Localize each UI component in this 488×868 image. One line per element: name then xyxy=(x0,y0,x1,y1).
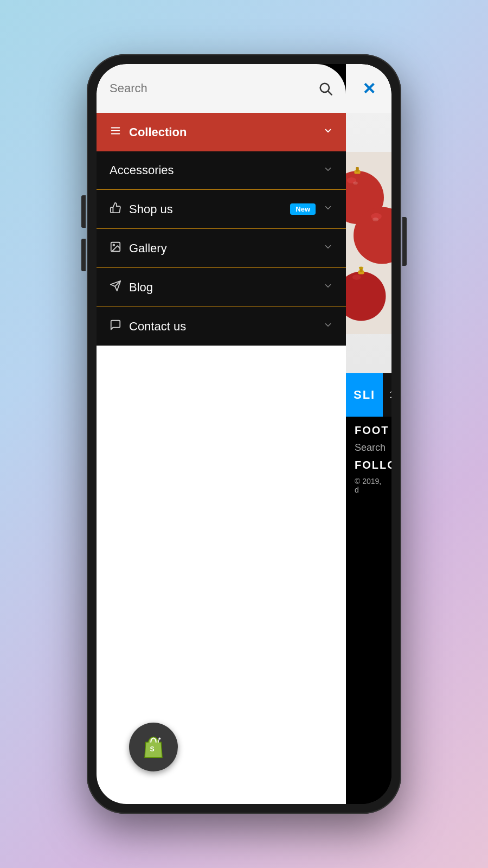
nav-accessories-item[interactable]: Accessories xyxy=(97,151,346,190)
close-button-area[interactable]: ✕ xyxy=(346,64,391,113)
power-button[interactable] xyxy=(402,217,407,266)
collection-label: Collection xyxy=(129,125,316,139)
shopus-label: Shop us xyxy=(129,202,279,216)
svg-rect-2 xyxy=(111,127,120,129)
new-badge: New xyxy=(290,203,316,215)
slider-label[interactable]: SLI xyxy=(346,373,383,417)
volume-down-button[interactable] xyxy=(81,239,86,271)
svg-rect-4 xyxy=(111,133,120,135)
contact-chevron-icon xyxy=(323,320,333,333)
gallery-icon xyxy=(110,241,121,256)
accessories-label: Accessories xyxy=(110,163,316,177)
footer-follow-label: FOLLO xyxy=(355,459,383,471)
christmas-image-area xyxy=(346,113,391,373)
gallery-chevron-icon xyxy=(323,242,333,254)
nav-blog-item[interactable]: Blog xyxy=(97,268,346,307)
blog-label: Blog xyxy=(129,280,316,295)
menu-panel: Collection Accessories xyxy=(97,64,346,804)
shopify-button[interactable]: S xyxy=(129,723,178,771)
accessories-chevron-icon xyxy=(323,164,333,177)
footer-copyright: © 2019, d xyxy=(355,477,383,494)
svg-point-25 xyxy=(353,182,357,185)
blog-chevron-icon xyxy=(323,281,333,293)
shopus-chevron-icon xyxy=(323,203,333,215)
contact-label: Contact us xyxy=(129,320,316,334)
footer-area: FOOT Search FOLLO © 2019, d xyxy=(346,417,391,804)
search-input-wrap[interactable] xyxy=(110,81,311,95)
footer-search-label[interactable]: Search xyxy=(355,442,383,454)
slider-counter: 1/2 xyxy=(383,390,391,400)
phone-frame: Collection Accessories xyxy=(87,54,401,814)
svg-rect-16 xyxy=(356,167,359,171)
search-bar xyxy=(97,64,346,113)
svg-point-20 xyxy=(352,275,361,280)
svg-text:S: S xyxy=(150,745,154,753)
collection-icon xyxy=(110,125,121,139)
right-panel: ✕ xyxy=(346,64,391,804)
search-button[interactable] xyxy=(318,81,333,96)
svg-point-24 xyxy=(373,218,378,221)
nav-collection-item[interactable]: Collection xyxy=(97,113,346,151)
phone-screen: Collection Accessories xyxy=(97,64,391,804)
nav-shopus-item[interactable]: Shop us New xyxy=(97,190,346,229)
contact-icon xyxy=(110,319,121,334)
blog-icon xyxy=(110,280,121,295)
svg-point-11 xyxy=(158,738,160,740)
svg-rect-3 xyxy=(111,130,120,131)
nav-gallery-item[interactable]: Gallery xyxy=(97,229,346,268)
collection-chevron-icon xyxy=(323,126,333,138)
search-input[interactable] xyxy=(110,81,311,95)
footer-title: FOOT xyxy=(355,424,383,437)
slider-area: SLI 1/2 ‹ xyxy=(346,373,391,417)
close-button[interactable]: ✕ xyxy=(362,79,376,98)
svg-line-1 xyxy=(328,91,331,94)
nav-contact-item[interactable]: Contact us xyxy=(97,307,346,346)
shopus-icon xyxy=(110,202,121,216)
svg-point-6 xyxy=(113,244,114,246)
gallery-label: Gallery xyxy=(129,241,316,256)
volume-up-button[interactable] xyxy=(81,195,86,228)
